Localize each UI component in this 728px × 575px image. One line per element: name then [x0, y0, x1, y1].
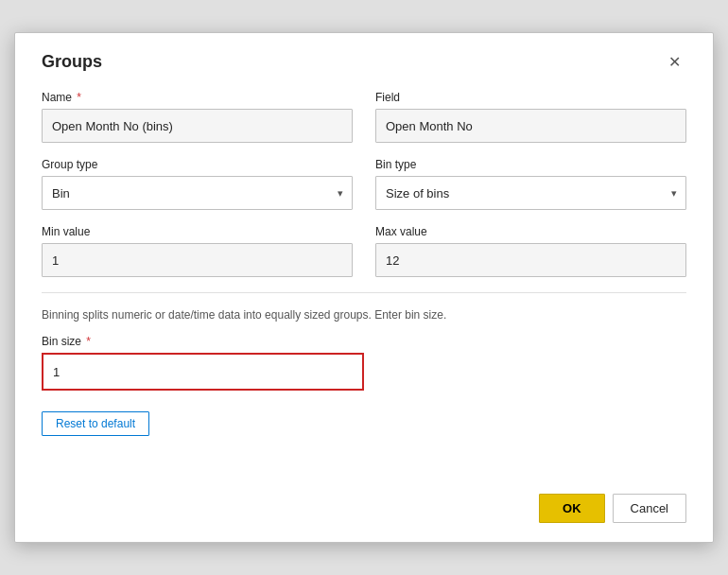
bin-size-required-star: * — [83, 335, 91, 348]
group-type-select[interactable]: Bin List — [42, 176, 353, 210]
cancel-button[interactable]: Cancel — [613, 494, 686, 523]
min-value-label: Min value — [42, 225, 353, 238]
group-type-bin-type-row: Group type Bin List ▾ Bin type Size of b… — [42, 158, 686, 210]
bin-type-label: Bin type — [375, 158, 686, 171]
group-type-select-wrapper: Bin List ▾ — [42, 176, 353, 210]
group-type-label: Group type — [42, 158, 353, 171]
bin-type-group: Bin type Size of bins Number of bins ▾ — [375, 158, 686, 210]
min-value-input — [42, 243, 353, 277]
bin-size-label: Bin size * — [42, 335, 364, 348]
divider — [42, 292, 686, 293]
name-input[interactable] — [42, 109, 353, 143]
bin-size-group: Bin size * — [42, 335, 364, 391]
dialog-footer: OK Cancel — [539, 494, 686, 523]
group-type-group: Group type Bin List ▾ — [42, 158, 353, 210]
min-value-group: Min value — [42, 225, 353, 277]
min-max-row: Min value Max value — [42, 225, 686, 277]
field-group: Field — [375, 91, 686, 143]
bin-type-select-wrapper: Size of bins Number of bins ▾ — [375, 176, 686, 210]
bin-size-input[interactable] — [43, 355, 362, 389]
name-field-row: Name * Field — [42, 91, 686, 143]
max-value-label: Max value — [375, 225, 686, 238]
close-button[interactable]: ✕ — [663, 53, 686, 72]
bin-type-select[interactable]: Size of bins Number of bins — [375, 176, 686, 210]
ok-button[interactable]: OK — [539, 494, 605, 523]
name-label: Name * — [42, 91, 353, 104]
name-group: Name * — [42, 91, 353, 143]
reset-to-default-button[interactable]: Reset to default — [42, 411, 149, 436]
dialog-header: Groups ✕ — [42, 52, 686, 72]
groups-dialog: Groups ✕ Name * Field Group type Bin Lis… — [14, 32, 714, 543]
max-value-group: Max value — [375, 225, 686, 277]
name-required-star: * — [74, 91, 81, 104]
field-input — [375, 109, 686, 143]
dialog-title: Groups — [42, 52, 102, 72]
field-label: Field — [375, 91, 686, 104]
bin-size-input-wrapper — [42, 353, 364, 391]
max-value-input — [375, 243, 686, 277]
info-text: Binning splits numeric or date/time data… — [42, 308, 686, 322]
